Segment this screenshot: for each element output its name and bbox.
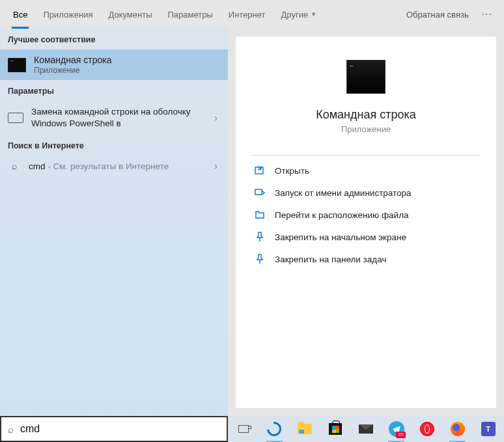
teams-icon — [481, 422, 496, 436]
preview-header: Командная строка Приложение — [251, 49, 481, 150]
store-icon — [329, 423, 342, 435]
tab-other[interactable]: Другие▼ — [273, 0, 325, 29]
open-icon — [254, 165, 266, 176]
result-command-prompt[interactable]: Командная строка Приложение — [0, 49, 228, 80]
result-text: Замена командной строки на оболочку Wind… — [31, 106, 220, 130]
preview-pane: Командная строка Приложение Открыть Запу… — [236, 36, 496, 408]
result-title: Замена командной строки на оболочку Wind… — [31, 106, 220, 130]
preview-title: Командная строка — [316, 108, 416, 122]
tab-documents[interactable]: Документы — [100, 0, 160, 29]
main-area: Лучшее соответствие Командная строка При… — [0, 29, 504, 416]
admin-icon — [254, 187, 266, 198]
svg-rect-1 — [255, 189, 262, 195]
web-search-header: Поиск в Интернете — [0, 135, 228, 156]
action-pin-to-taskbar[interactable]: Закрепить на панели задач — [251, 248, 481, 270]
task-view-button[interactable] — [232, 416, 256, 442]
result-text: Командная строка Приложение — [34, 55, 111, 75]
tab-apps[interactable]: Приложения — [35, 0, 100, 29]
preview-subtitle: Приложение — [341, 124, 391, 134]
taskbar-opera[interactable] — [415, 416, 439, 442]
best-match-header: Лучшее соответствие — [0, 29, 228, 49]
taskbar: 35 — [228, 416, 504, 442]
divider — [251, 155, 481, 156]
result-web-cmd[interactable]: ⌕ cmd - См. результаты в Интернете › — [0, 156, 228, 176]
taskbar-teams[interactable] — [476, 416, 500, 442]
result-title: Командная строка — [34, 55, 111, 65]
chevron-right-icon: › — [214, 161, 217, 171]
pin-icon — [254, 232, 266, 242]
chevron-down-icon: ▼ — [311, 11, 316, 18]
taskbar-explorer[interactable] — [293, 416, 317, 442]
result-subtitle: Приложение — [34, 66, 111, 75]
feedback-link[interactable]: Обратная связь — [400, 10, 475, 20]
taskbar-edge[interactable] — [262, 416, 287, 442]
action-label: Перейти к расположению файла — [275, 210, 409, 220]
taskbar-telegram[interactable]: 35 — [384, 416, 408, 442]
action-label: Закрепить на панели задач — [275, 255, 386, 264]
search-input[interactable] — [20, 423, 220, 435]
action-open-file-location[interactable]: Перейти к расположению файла — [251, 204, 481, 226]
cmd-icon — [8, 58, 26, 72]
search-box[interactable]: ⌕ — [0, 416, 228, 442]
action-label: Открыть — [275, 166, 309, 176]
chevron-right-icon: › — [214, 113, 217, 123]
settings-header: Параметры — [0, 80, 228, 101]
folder-icon — [298, 424, 312, 434]
search-icon: ⌕ — [8, 424, 14, 435]
opera-icon — [420, 422, 434, 436]
tab-settings[interactable]: Параметры — [160, 0, 220, 29]
task-view-icon — [238, 425, 249, 433]
settings-icon — [8, 113, 23, 123]
taskbar-mail[interactable] — [354, 416, 378, 442]
action-label: Запуск от имени администратора — [275, 188, 412, 198]
preview-pane-wrap: Командная строка Приложение Открыть Запу… — [228, 29, 504, 416]
edge-icon — [264, 419, 285, 439]
action-open[interactable]: Открыть — [251, 159, 481, 182]
action-pin-to-start[interactable]: Закрепить на начальном экране — [251, 226, 481, 248]
tab-internet[interactable]: Интернет — [221, 0, 273, 29]
taskbar-firefox[interactable] — [445, 416, 469, 442]
taskbar-store[interactable] — [324, 416, 348, 442]
svg-rect-0 — [255, 167, 263, 174]
mail-icon — [359, 424, 373, 434]
folder-icon — [254, 210, 266, 220]
pin-icon — [254, 254, 266, 264]
search-tabs: Все Приложения Документы Параметры Интер… — [0, 0, 504, 29]
tab-all[interactable]: Все — [5, 0, 35, 29]
action-label: Закрепить на начальном экране — [275, 232, 406, 242]
result-text: cmd - См. результаты в Интернете — [29, 161, 169, 171]
cmd-icon-large — [346, 60, 385, 94]
action-run-as-admin[interactable]: Запуск от имени администратора — [251, 182, 481, 204]
telegram-icon: 35 — [389, 421, 404, 437]
firefox-icon — [451, 422, 465, 436]
result-title: cmd - См. результаты в Интернете — [29, 161, 169, 171]
more-icon[interactable]: ··· — [475, 8, 499, 20]
results-pane: Лучшее соответствие Командная строка При… — [0, 29, 228, 416]
badge: 35 — [396, 432, 406, 438]
result-replace-cmd-powershell[interactable]: Замена командной строки на оболочку Wind… — [0, 101, 228, 135]
search-icon: ⌕ — [8, 161, 21, 171]
